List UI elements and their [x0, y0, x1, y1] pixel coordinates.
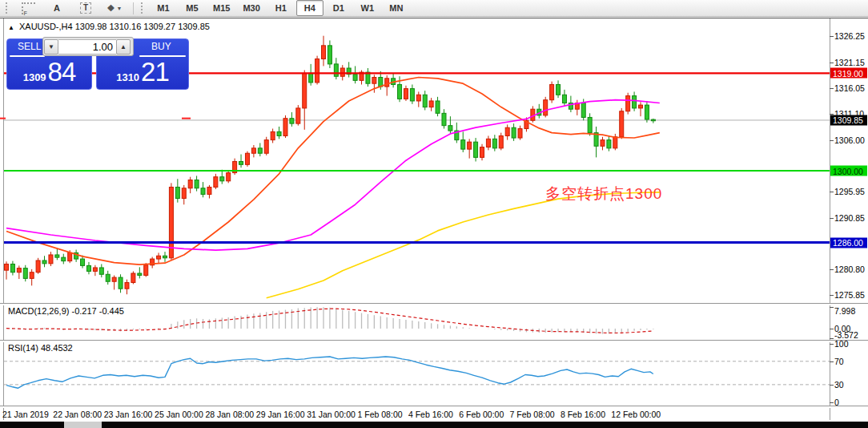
one-click-trade-panel: SELL BUY ▼ ▲ 1309 84 1310 21: [6, 37, 189, 90]
sell-price-pips: 84: [48, 57, 76, 87]
rsi-label: RSI(14) 48.4532: [8, 343, 73, 353]
sell-quote[interactable]: 1309 84: [6, 57, 92, 87]
caret-up-icon: ▲: [120, 43, 127, 50]
triangle-up-icon: ▲: [8, 24, 14, 31]
price-badge-1286.00: 1286.00: [830, 237, 867, 248]
annotation-text: 多空转折点1300: [545, 184, 662, 204]
price-badge-1300.00: 1300.00: [830, 166, 867, 176]
price-badge-1319.00: 1319.00: [830, 68, 867, 79]
volume-increase-button[interactable]: ▲: [116, 39, 131, 55]
mt4-window: F A T ❖ ▼ M1M5M15M30H1H4D1W1MN ▲ XAUUSD-…: [0, 0, 868, 428]
volume-decrease-button[interactable]: ▼: [44, 39, 58, 55]
volume-input[interactable]: [58, 39, 116, 55]
macd-label: MACD(12,26,9) -0.217 -0.445: [8, 306, 124, 316]
buy-button[interactable]: BUY: [151, 41, 171, 52]
sell-button[interactable]: SELL: [18, 41, 41, 52]
volume-control: ▼ ▲: [42, 37, 134, 56]
ohlc-values: 1309.98 1310.16 1309.27 1309.85: [75, 22, 210, 31]
buy-price-pips: 21: [141, 57, 169, 87]
price-badge-1309.85: 1309.85: [830, 115, 867, 125]
chart-header: ▲ XAUUSD-,H4 1309.98 1310.16 1309.27 130…: [8, 22, 210, 31]
buy-quote[interactable]: 1310 21: [96, 57, 189, 87]
caret-down-icon: ▼: [48, 43, 54, 50]
symbol-label: XAUUSD-,H4: [19, 22, 73, 31]
sell-price-prefix: 1309: [23, 71, 46, 83]
buy-price-prefix: 1310: [116, 71, 139, 83]
